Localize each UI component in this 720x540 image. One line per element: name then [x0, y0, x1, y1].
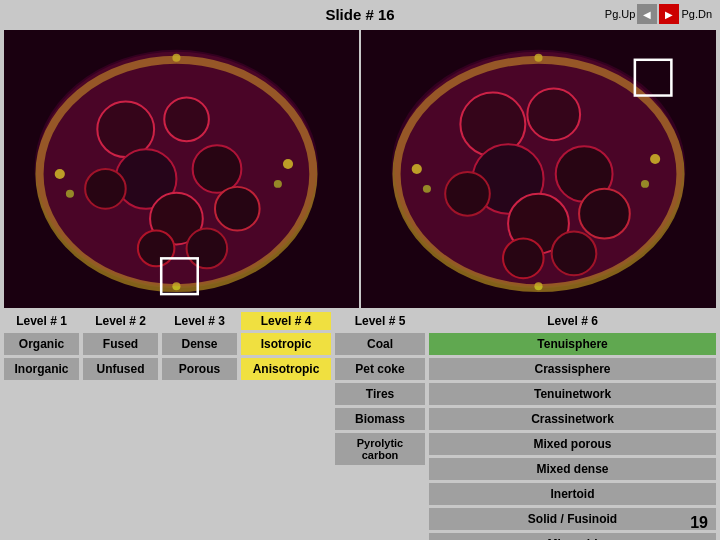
level1-column: Level # 1 Organic Inorganic: [4, 312, 79, 540]
crassinetwork-button[interactable]: Crassinetwork: [429, 408, 716, 430]
unfused-button[interactable]: Unfused: [83, 358, 158, 380]
mixed-dense-button[interactable]: Mixed dense: [429, 458, 716, 480]
microscope-image-right: [361, 30, 716, 308]
level5-header: Level # 5: [335, 312, 425, 330]
inorganic-button[interactable]: Inorganic: [4, 358, 79, 380]
microscope-image-left: [4, 30, 359, 308]
nav-prev-button[interactable]: ◀: [637, 4, 657, 24]
crassisphere-button[interactable]: Crassisphere: [429, 358, 716, 380]
mixed-porous-button[interactable]: Mixed porous: [429, 433, 716, 455]
page-number: 19: [690, 514, 708, 532]
inertoid-button[interactable]: Inertoid: [429, 483, 716, 505]
svg-point-18: [36, 52, 316, 286]
mineroid-button[interactable]: Mineroid: [429, 533, 716, 540]
biomass-button[interactable]: Biomass: [335, 408, 425, 430]
fused-button[interactable]: Fused: [83, 333, 158, 355]
level1-header: Level # 1: [4, 312, 79, 330]
organic-button[interactable]: Organic: [4, 333, 79, 355]
porous-button[interactable]: Porous: [162, 358, 237, 380]
level5-column: Level # 5 Coal Pet coke Tires Biomass Py…: [335, 312, 425, 540]
tenuinetwork-button[interactable]: Tenuinetwork: [429, 383, 716, 405]
svg-point-38: [394, 52, 682, 286]
nav-next-button[interactable]: ▶: [659, 4, 679, 24]
anisotropic-button[interactable]: Anisotropic: [241, 358, 331, 380]
pyrolytic-carbon-button[interactable]: Pyrolytic carbon: [335, 433, 425, 465]
level6-header: Level # 6: [429, 312, 716, 330]
tires-button[interactable]: Tires: [335, 383, 425, 405]
petcoke-button[interactable]: Pet coke: [335, 358, 425, 380]
level3-header: Level # 3: [162, 312, 237, 330]
slide-title: Slide # 16: [325, 6, 394, 23]
nav-controls: Pg.Up ◀ ▶ Pg.Dn: [605, 4, 712, 24]
level4-header: Level # 4: [241, 312, 331, 330]
dense-button[interactable]: Dense: [162, 333, 237, 355]
pgdn-label: Pg.Dn: [681, 8, 712, 20]
level3-column: Level # 3 Dense Porous: [162, 312, 237, 540]
level6-column: Level # 6 Tenuisphere Crassisphere Tenui…: [429, 312, 716, 540]
solid-fusinoid-button[interactable]: Solid / Fusinoid: [429, 508, 716, 530]
isotropic-button[interactable]: Isotropic: [241, 333, 331, 355]
level2-header: Level # 2: [83, 312, 158, 330]
coal-button[interactable]: Coal: [335, 333, 425, 355]
pgup-label: Pg.Up: [605, 8, 636, 20]
header: Slide # 16 Pg.Up ◀ ▶ Pg.Dn: [0, 0, 720, 28]
tenuisphere-button[interactable]: Tenuisphere: [429, 333, 716, 355]
images-row: [0, 28, 720, 310]
level4-column: Level # 4 Isotropic Anisotropic: [241, 312, 331, 540]
level2-column: Level # 2 Fused Unfused: [83, 312, 158, 540]
main-content: Level # 1 Organic Inorganic Level # 2 Fu…: [0, 310, 720, 540]
